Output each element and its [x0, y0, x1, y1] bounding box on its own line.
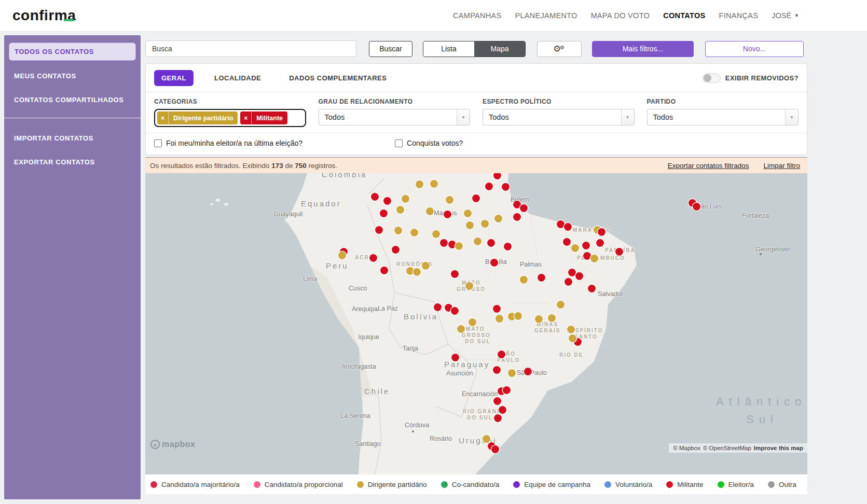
new-contact-button[interactable]: Novo...	[705, 41, 804, 57]
map-marker[interactable]	[564, 223, 572, 231]
map-marker[interactable]	[383, 197, 391, 205]
map-marker[interactable]	[434, 303, 442, 311]
clear-filter-link[interactable]: Limpar filtro	[763, 162, 800, 170]
checkbox-ultima-eleicao[interactable]: Foi meu/minha eleitor/a na última eleiçã…	[154, 139, 302, 147]
map-marker[interactable]	[514, 312, 522, 320]
map-marker[interactable]	[598, 228, 605, 236]
map-marker[interactable]	[535, 315, 543, 323]
map-marker[interactable]	[496, 315, 503, 323]
map-marker[interactable]	[396, 206, 404, 214]
map-marker[interactable]	[392, 246, 400, 254]
search-input[interactable]	[145, 40, 356, 57]
user-menu[interactable]: JOSÉ ▼	[772, 11, 799, 20]
partido-select[interactable]: Todos ▼	[647, 109, 799, 125]
map-marker[interactable]	[451, 270, 459, 278]
view-toggle-lista[interactable]: Lista	[423, 41, 474, 57]
map-marker[interactable]	[474, 237, 481, 245]
map-marker[interactable]	[375, 226, 383, 234]
map-marker[interactable]	[416, 180, 423, 188]
logo[interactable]: confirma	[12, 7, 76, 24]
map-marker[interactable]	[457, 325, 465, 333]
map-marker[interactable]	[483, 435, 490, 443]
map-marker[interactable]	[410, 229, 418, 236]
improve-map-link[interactable]: Improve this map	[754, 445, 803, 451]
map-marker[interactable]	[568, 269, 576, 276]
nav-item-contatos[interactable]: CONTATOS	[663, 11, 705, 20]
map-marker[interactable]	[563, 238, 571, 246]
map-marker[interactable]	[493, 397, 501, 405]
map-marker[interactable]	[402, 195, 409, 203]
map-marker[interactable]	[455, 242, 463, 250]
remove-tag-icon[interactable]: ×	[157, 111, 169, 124]
map-marker[interactable]	[575, 272, 583, 280]
sidebar-item-todos-os-contatos[interactable]: TODOS OS CONTATOS	[9, 43, 136, 61]
search-button[interactable]: Buscar	[369, 41, 412, 57]
mapbox-attribution-link[interactable]: © Mapbox	[673, 445, 700, 451]
view-toggle-mapa[interactable]: Mapa	[474, 41, 525, 57]
sidebar-item-importar-contatos[interactable]: IMPORTAR CONTATOS	[9, 130, 136, 147]
map-marker[interactable]	[466, 221, 474, 229]
map-marker[interactable]	[520, 276, 528, 284]
map-marker[interactable]	[524, 368, 532, 375]
tab-geral[interactable]: GERAL	[154, 70, 194, 86]
remove-tag-icon[interactable]: ×	[240, 111, 252, 124]
map-marker[interactable]	[451, 354, 459, 361]
map-marker[interactable]	[465, 282, 473, 290]
map-marker[interactable]	[693, 203, 700, 211]
map-marker[interactable]	[491, 445, 499, 453]
map-marker[interactable]	[508, 369, 516, 377]
nav-item-finanças[interactable]: FINANÇAS	[719, 11, 758, 20]
map-marker[interactable]	[493, 366, 501, 374]
map-marker[interactable]	[369, 254, 377, 262]
show-removed-switch[interactable]	[703, 73, 721, 83]
map-marker[interactable]	[583, 252, 591, 260]
map-marker[interactable]	[548, 314, 556, 322]
sidebar-item-contatos-compartilhados[interactable]: CONTATOS COMPARTILHADOS	[9, 91, 136, 108]
map-marker[interactable]	[504, 243, 512, 250]
map-marker[interactable]	[513, 213, 521, 221]
map-marker[interactable]	[338, 251, 346, 259]
map-marker[interactable]	[422, 262, 430, 270]
map-marker[interactable]	[596, 239, 604, 247]
map-marker[interactable]	[588, 285, 596, 292]
map-marker[interactable]	[426, 207, 434, 215]
map-marker[interactable]	[493, 305, 501, 313]
checkbox-conquista-votos[interactable]: Conquista votos?	[395, 139, 463, 147]
map-marker[interactable]	[446, 196, 453, 204]
map-marker[interactable]	[503, 386, 511, 394]
map-marker[interactable]	[557, 220, 565, 228]
map-marker[interactable]	[494, 414, 502, 422]
settings-button[interactable]: ⚙⚙	[537, 41, 582, 57]
sidebar-item-exportar-contatos[interactable]: EXPORTAR CONTATOS	[9, 153, 136, 171]
tab-dados-complementares[interactable]: DADOS COMPLEMENTARES	[282, 70, 394, 86]
osm-attribution-link[interactable]: © OpenStreetMap	[703, 445, 751, 451]
nav-item-campanhas[interactable]: CAMPANHAS	[453, 11, 501, 20]
map-canvas[interactable]: ColombiaEquadorGuayaquilManausBelémSão L…	[145, 173, 807, 474]
map-marker[interactable]	[444, 211, 451, 218]
checkbox-icon[interactable]	[154, 139, 162, 147]
map-marker[interactable]	[451, 307, 459, 315]
map-marker[interactable]	[490, 259, 498, 267]
map-marker[interactable]	[557, 301, 565, 309]
map-marker[interactable]	[472, 194, 480, 202]
map-marker[interactable]	[430, 180, 438, 188]
map-marker[interactable]	[571, 244, 579, 252]
grau-select[interactable]: Todos ▼	[319, 109, 471, 125]
map-marker[interactable]	[502, 183, 510, 191]
export-filtered-link[interactable]: Exportar contatos filtrados	[668, 162, 749, 170]
sidebar-item-meus-contatos[interactable]: MEUS CONTATOS	[9, 67, 136, 85]
map-marker[interactable]	[487, 239, 495, 247]
map-marker[interactable]	[380, 267, 388, 274]
map-marker[interactable]	[615, 248, 623, 256]
map-marker[interactable]	[498, 351, 505, 358]
map-marker[interactable]	[582, 242, 590, 249]
map-marker[interactable]	[469, 318, 476, 326]
map-marker[interactable]	[394, 227, 402, 234]
map-marker[interactable]	[538, 274, 545, 282]
mapbox-logo[interactable]: ▲ mapbox	[150, 440, 195, 449]
map-marker[interactable]	[565, 278, 572, 286]
espectro-select[interactable]: Todos ▼	[483, 109, 635, 125]
map-marker[interactable]	[440, 239, 448, 247]
map-marker[interactable]	[520, 204, 528, 212]
map-marker[interactable]	[494, 215, 502, 222]
